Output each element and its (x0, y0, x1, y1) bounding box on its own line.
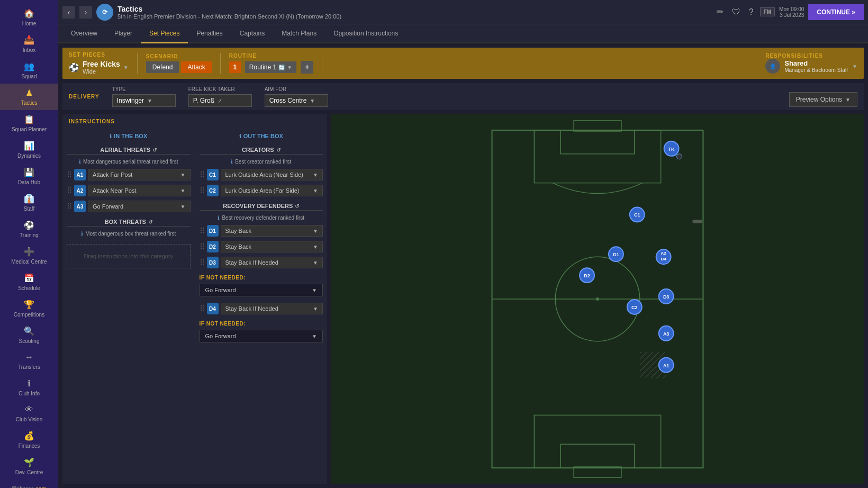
sidebar-item-inbox[interactable]: 📥 Inbox (0, 31, 58, 57)
tab-player[interactable]: Player (106, 24, 141, 43)
recovery-d1-row: ⠿ D1 Stay Back ▼ (200, 224, 323, 238)
d1-drag-handle[interactable]: ⠿ (200, 227, 205, 235)
recovery-d3-row: ⠿ D3 Stay Back If Needed ▼ (200, 256, 323, 269)
help-button[interactable]: ? (747, 5, 756, 19)
edit-button[interactable]: ✏ (715, 5, 726, 19)
d4-chevron: ▼ (313, 306, 318, 312)
d3-badge: D3 (207, 257, 219, 268)
sidebar-item-competitions[interactable]: 🏆 Competitions (0, 295, 58, 322)
sidebar-item-tactics[interactable]: ♟ Tactics (0, 84, 58, 110)
nav-forward-button[interactable]: › (79, 6, 92, 19)
content-area: SET PIECES ⚽ Free Kicks Wide ▼ SCENARIO … (58, 43, 868, 488)
sidebar-item-finances[interactable]: 💰 Finances (0, 427, 58, 453)
main-content: ‹ › ⟳ Tactics 5th in English Premier Div… (58, 0, 868, 488)
in-box-header: ℹ IN THE BOX (67, 131, 191, 141)
sidebar-item-club-info[interactable]: ℹ Club Info (0, 374, 58, 401)
out-box-info-icon: ℹ (239, 133, 241, 139)
tab-captains[interactable]: Captains (231, 24, 273, 43)
routine-label: ROUTINE (229, 53, 313, 59)
c2-drag-handle[interactable]: ⠿ (200, 186, 205, 195)
sidebar-item-data-hub[interactable]: 💾 Data Hub (0, 163, 58, 189)
d4-select[interactable]: Stay Back If Needed ▼ (221, 303, 323, 314)
sidebar-item-label: Dynamics (17, 153, 41, 159)
sidebar-item-squad[interactable]: 👥 Squad (0, 57, 58, 84)
c2-select[interactable]: Lurk Outside Area (Far Side) ▼ (221, 185, 323, 196)
taker-label: FREE KICK TAKER (188, 86, 252, 92)
tab-set-pieces[interactable]: Set Pieces (141, 24, 188, 43)
svg-text:A1: A1 (663, 363, 669, 368)
sidebar-item-schedule[interactable]: 📅 Schedule (0, 269, 58, 295)
routine-dropdown[interactable]: Routine 1 🔄 ▼ (245, 61, 296, 73)
aim-dropdown[interactable]: Cross Centre ▼ (265, 94, 328, 107)
sidebar-item-squad-planner[interactable]: 📋 Squad Planner (0, 110, 58, 137)
date-line1: Mon 09:00 (779, 6, 804, 12)
sidebar-item-home[interactable]: 🏠 Home (0, 4, 58, 31)
responsibilities-section: RESPONSIBILITIES 👤 Shared Manager & Back… (765, 53, 857, 74)
d1-chevron: ▼ (313, 228, 318, 234)
a2-select[interactable]: Attack Near Post ▼ (88, 185, 191, 196)
svg-text:A2: A2 (661, 251, 667, 256)
in-box-column: ℹ IN THE BOX AERIAL THREATS ↺ ℹ Most dan… (62, 126, 195, 484)
a3-select[interactable]: Go Forward ▼ (88, 201, 191, 212)
defend-button[interactable]: Defend (146, 61, 179, 73)
home-icon: 🏠 (24, 8, 34, 19)
fm-badge: FM (760, 7, 775, 16)
d3-select[interactable]: Stay Back If Needed ▼ (221, 257, 323, 268)
d1-select[interactable]: Stay Back ▼ (221, 225, 323, 237)
sidebar-item-label: Data Hub (18, 179, 40, 185)
sidebar-item-label: Staff (24, 206, 34, 212)
sidebar-item-label: Club Vision (16, 417, 42, 422)
sidebar-item-staff[interactable]: 👔 Staff (0, 189, 58, 216)
competitions-icon: 🏆 (24, 300, 34, 310)
d3-drag-handle[interactable]: ⠿ (200, 258, 205, 267)
set-pieces-section: SET PIECES ⚽ Free Kicks Wide ▼ (69, 52, 129, 75)
a1-badge: A1 (74, 169, 86, 180)
sidebar-item-club-vision[interactable]: 👁 Club Vision (0, 401, 58, 427)
type-dropdown[interactable]: Inswinger ▼ (112, 94, 176, 107)
sidebar-item-medical[interactable]: ➕ Medical Centre (0, 242, 58, 269)
tactics-icon: ♟ (25, 88, 33, 98)
c1-select[interactable]: Lurk Outside Area (Near Side) ▼ (221, 169, 323, 180)
sidebar-item-label: Competitions (14, 312, 44, 318)
club-vision-icon: 👁 (25, 405, 33, 414)
a1-select[interactable]: Attack Far Post ▼ (88, 169, 191, 180)
help-shield-button[interactable]: 🛡 (730, 5, 743, 19)
d4-drag-handle[interactable]: ⠿ (200, 304, 205, 313)
sidebar-item-scouting[interactable]: 🔍 Scouting (0, 322, 58, 348)
routine-controls: 1 Routine 1 🔄 ▼ + (229, 61, 313, 74)
recovery-refresh-icon: ↺ (295, 203, 299, 209)
svg-text:D2: D2 (584, 273, 590, 278)
nav-back-button[interactable]: ‹ (62, 6, 75, 19)
if-not-needed-d3-label: IF NOT NEEDED: (200, 272, 323, 282)
a3-drag-handle[interactable]: ⠿ (67, 202, 72, 211)
aim-chevron: ▼ (310, 98, 315, 104)
dev-centre-icon: 🌱 (24, 457, 34, 467)
sidebar-item-label: Schedule (18, 285, 40, 291)
c1-drag-handle[interactable]: ⠿ (200, 170, 205, 179)
a2-drag-handle[interactable]: ⠿ (67, 186, 72, 195)
sidebar-item-dev-centre[interactable]: 🌱 Dev. Centre (0, 453, 58, 480)
creators-header: CREATORS ↺ (200, 143, 323, 155)
if-not-d4-select[interactable]: Go Forward ▼ (200, 330, 323, 342)
recovery-d2-row: ⠿ D2 Stay Back ▼ (200, 240, 323, 254)
a1-drag-handle[interactable]: ⠿ (67, 170, 72, 179)
sidebar-item-dynamics[interactable]: 📊 Dynamics (0, 137, 58, 163)
if-not-d3-select[interactable]: Go Forward ▼ (200, 284, 323, 296)
continue-button[interactable]: CONTINUE » (808, 4, 864, 20)
responsibilities-label: RESPONSIBILITIES (765, 53, 857, 59)
attack-button[interactable]: Attack (181, 61, 211, 73)
d2-drag-handle[interactable]: ⠿ (200, 242, 205, 251)
tab-overview[interactable]: Overview (62, 24, 106, 43)
tab-opposition-instructions[interactable]: Opposition Instructions (325, 24, 406, 43)
tab-penalties[interactable]: Penalties (188, 24, 231, 43)
routine-add-button[interactable]: + (301, 61, 313, 74)
inbox-icon: 📥 (24, 35, 34, 45)
aerial-threats-header: AERIAL THREATS ↺ (67, 143, 191, 155)
tab-match-plans[interactable]: Match Plans (273, 24, 325, 43)
sidebar-item-transfers[interactable]: ↔ Transfers (0, 348, 58, 374)
taker-dropdown[interactable]: P. Groß ↗ (188, 94, 252, 107)
preview-options-button[interactable]: Preview Options ▼ (789, 92, 857, 107)
sidebar-item-training[interactable]: ⚽ Training (0, 216, 58, 242)
type-chevron: ▼ (147, 98, 152, 104)
d2-select[interactable]: Stay Back ▼ (221, 241, 323, 252)
